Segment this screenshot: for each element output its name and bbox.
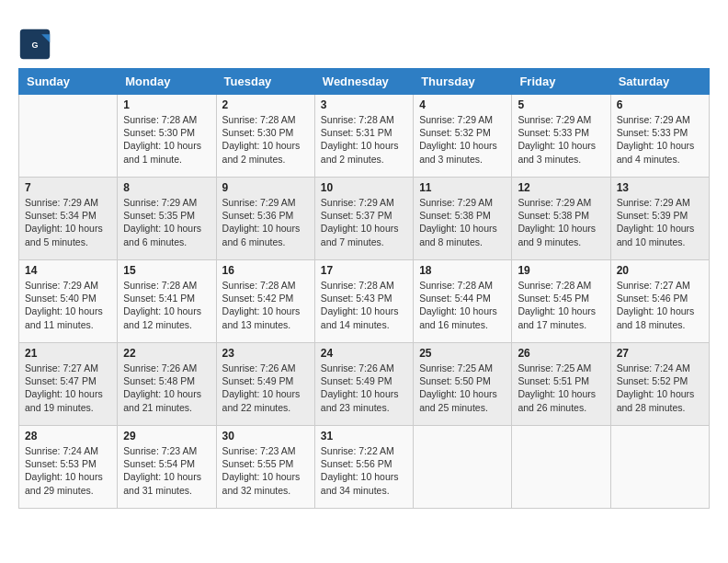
column-header-tuesday: Tuesday xyxy=(216,69,314,95)
day-info: Sunrise: 7:29 AM Sunset: 5:34 PM Dayligh… xyxy=(25,196,111,248)
day-number: 12 xyxy=(518,181,604,194)
week-row-5: 28Sunrise: 7:24 AM Sunset: 5:53 PM Dayli… xyxy=(19,426,710,509)
day-number: 28 xyxy=(25,430,111,442)
day-info: Sunrise: 7:29 AM Sunset: 5:33 PM Dayligh… xyxy=(518,113,604,166)
calendar-cell: 19Sunrise: 7:28 AM Sunset: 5:45 PM Dayli… xyxy=(512,260,610,343)
page-header: G xyxy=(18,22,710,61)
day-info: Sunrise: 7:29 AM Sunset: 5:38 PM Dayligh… xyxy=(518,196,604,248)
calendar-cell: 7Sunrise: 7:29 AM Sunset: 5:34 PM Daylig… xyxy=(19,178,118,260)
day-info: Sunrise: 7:27 AM Sunset: 5:46 PM Dayligh… xyxy=(617,279,703,331)
day-number: 25 xyxy=(419,347,506,360)
calendar-cell: 9Sunrise: 7:29 AM Sunset: 5:36 PM Daylig… xyxy=(216,178,314,260)
day-number: 31 xyxy=(321,430,407,442)
day-info: Sunrise: 7:25 AM Sunset: 5:51 PM Dayligh… xyxy=(518,362,604,414)
calendar-cell: 15Sunrise: 7:28 AM Sunset: 5:41 PM Dayli… xyxy=(118,260,216,343)
day-info: Sunrise: 7:28 AM Sunset: 5:30 PM Dayligh… xyxy=(222,113,309,166)
day-number: 8 xyxy=(123,181,210,194)
day-number: 30 xyxy=(222,430,309,442)
calendar-cell: 16Sunrise: 7:28 AM Sunset: 5:42 PM Dayli… xyxy=(216,260,314,343)
calendar-cell: 11Sunrise: 7:29 AM Sunset: 5:38 PM Dayli… xyxy=(414,178,512,260)
calendar-cell: 6Sunrise: 7:29 AM Sunset: 5:33 PM Daylig… xyxy=(610,95,709,178)
day-number: 13 xyxy=(617,181,703,194)
calendar-cell: 4Sunrise: 7:29 AM Sunset: 5:32 PM Daylig… xyxy=(414,95,512,178)
day-number: 7 xyxy=(25,181,111,194)
calendar-cell: 17Sunrise: 7:28 AM Sunset: 5:43 PM Dayli… xyxy=(314,260,413,343)
calendar-cell: 2Sunrise: 7:28 AM Sunset: 5:30 PM Daylig… xyxy=(216,95,314,178)
day-number: 5 xyxy=(518,98,604,111)
column-header-sunday: Sunday xyxy=(19,69,118,95)
column-header-monday: Monday xyxy=(118,69,216,95)
day-info: Sunrise: 7:29 AM Sunset: 5:38 PM Dayligh… xyxy=(419,196,506,248)
day-info: Sunrise: 7:28 AM Sunset: 5:45 PM Dayligh… xyxy=(518,279,604,331)
day-info: Sunrise: 7:24 AM Sunset: 5:53 PM Dayligh… xyxy=(25,444,111,497)
svg-text:G: G xyxy=(31,40,38,50)
day-number: 24 xyxy=(321,347,407,360)
calendar-cell: 30Sunrise: 7:23 AM Sunset: 5:55 PM Dayli… xyxy=(216,426,314,509)
calendar-cell: 22Sunrise: 7:26 AM Sunset: 5:48 PM Dayli… xyxy=(118,343,216,426)
day-number: 19 xyxy=(518,264,604,277)
day-info: Sunrise: 7:26 AM Sunset: 5:48 PM Dayligh… xyxy=(123,362,210,414)
week-row-4: 21Sunrise: 7:27 AM Sunset: 5:47 PM Dayli… xyxy=(19,343,710,426)
week-row-3: 14Sunrise: 7:29 AM Sunset: 5:40 PM Dayli… xyxy=(19,260,710,343)
day-info: Sunrise: 7:26 AM Sunset: 5:49 PM Dayligh… xyxy=(222,362,309,414)
calendar-cell: 24Sunrise: 7:26 AM Sunset: 5:49 PM Dayli… xyxy=(314,343,413,426)
day-info: Sunrise: 7:28 AM Sunset: 5:31 PM Dayligh… xyxy=(321,113,407,166)
calendar-cell: 8Sunrise: 7:29 AM Sunset: 5:35 PM Daylig… xyxy=(118,178,216,260)
day-number: 26 xyxy=(518,347,604,360)
calendar-cell: 18Sunrise: 7:28 AM Sunset: 5:44 PM Dayli… xyxy=(414,260,512,343)
day-info: Sunrise: 7:27 AM Sunset: 5:47 PM Dayligh… xyxy=(25,362,111,414)
day-number: 15 xyxy=(123,264,210,277)
day-number: 29 xyxy=(123,430,210,442)
week-row-2: 7Sunrise: 7:29 AM Sunset: 5:34 PM Daylig… xyxy=(19,178,710,260)
column-header-friday: Friday xyxy=(512,69,610,95)
calendar-cell: 5Sunrise: 7:29 AM Sunset: 5:33 PM Daylig… xyxy=(512,95,610,178)
calendar-cell: 27Sunrise: 7:24 AM Sunset: 5:52 PM Dayli… xyxy=(610,343,709,426)
day-info: Sunrise: 7:28 AM Sunset: 5:44 PM Dayligh… xyxy=(419,279,506,331)
calendar-cell xyxy=(610,426,709,509)
day-info: Sunrise: 7:23 AM Sunset: 5:55 PM Dayligh… xyxy=(222,444,309,497)
day-info: Sunrise: 7:29 AM Sunset: 5:40 PM Dayligh… xyxy=(25,279,111,331)
day-number: 9 xyxy=(222,181,309,194)
week-row-1: 1Sunrise: 7:28 AM Sunset: 5:30 PM Daylig… xyxy=(19,95,710,178)
day-info: Sunrise: 7:23 AM Sunset: 5:54 PM Dayligh… xyxy=(123,444,210,497)
calendar-cell: 23Sunrise: 7:26 AM Sunset: 5:49 PM Dayli… xyxy=(216,343,314,426)
day-number: 23 xyxy=(222,347,309,360)
header-row: SundayMondayTuesdayWednesdayThursdayFrid… xyxy=(19,69,710,95)
day-info: Sunrise: 7:28 AM Sunset: 5:43 PM Dayligh… xyxy=(321,279,407,331)
day-info: Sunrise: 7:26 AM Sunset: 5:49 PM Dayligh… xyxy=(321,362,407,414)
column-header-wednesday: Wednesday xyxy=(314,69,413,95)
day-number: 14 xyxy=(25,264,111,277)
calendar-cell xyxy=(19,95,118,178)
day-number: 4 xyxy=(419,98,506,111)
day-info: Sunrise: 7:24 AM Sunset: 5:52 PM Dayligh… xyxy=(617,362,703,414)
day-number: 6 xyxy=(617,98,703,111)
calendar-cell xyxy=(512,426,610,509)
calendar-cell: 3Sunrise: 7:28 AM Sunset: 5:31 PM Daylig… xyxy=(314,95,413,178)
calendar-cell: 29Sunrise: 7:23 AM Sunset: 5:54 PM Dayli… xyxy=(118,426,216,509)
day-info: Sunrise: 7:22 AM Sunset: 5:56 PM Dayligh… xyxy=(321,444,407,497)
calendar-cell: 14Sunrise: 7:29 AM Sunset: 5:40 PM Dayli… xyxy=(19,260,118,343)
day-info: Sunrise: 7:29 AM Sunset: 5:35 PM Dayligh… xyxy=(123,196,210,248)
day-number: 1 xyxy=(123,98,210,111)
calendar-cell: 31Sunrise: 7:22 AM Sunset: 5:56 PM Dayli… xyxy=(314,426,413,509)
day-info: Sunrise: 7:28 AM Sunset: 5:42 PM Dayligh… xyxy=(222,279,309,331)
day-info: Sunrise: 7:29 AM Sunset: 5:32 PM Dayligh… xyxy=(419,113,506,166)
day-info: Sunrise: 7:28 AM Sunset: 5:41 PM Dayligh… xyxy=(123,279,210,331)
day-number: 10 xyxy=(321,181,407,194)
calendar-cell: 10Sunrise: 7:29 AM Sunset: 5:37 PM Dayli… xyxy=(314,178,413,260)
calendar-header: SundayMondayTuesdayWednesdayThursdayFrid… xyxy=(19,69,710,95)
day-number: 22 xyxy=(123,347,210,360)
day-number: 17 xyxy=(321,264,407,277)
calendar-cell: 1Sunrise: 7:28 AM Sunset: 5:30 PM Daylig… xyxy=(118,95,216,178)
day-info: Sunrise: 7:25 AM Sunset: 5:50 PM Dayligh… xyxy=(419,362,506,414)
column-header-thursday: Thursday xyxy=(414,69,512,95)
logo-icon: G xyxy=(18,28,51,61)
calendar-cell: 13Sunrise: 7:29 AM Sunset: 5:39 PM Dayli… xyxy=(610,178,709,260)
day-info: Sunrise: 7:29 AM Sunset: 5:39 PM Dayligh… xyxy=(617,196,703,248)
calendar-cell: 21Sunrise: 7:27 AM Sunset: 5:47 PM Dayli… xyxy=(19,343,118,426)
day-info: Sunrise: 7:28 AM Sunset: 5:30 PM Dayligh… xyxy=(123,113,210,166)
calendar-body: 1Sunrise: 7:28 AM Sunset: 5:30 PM Daylig… xyxy=(19,95,710,509)
calendar-cell: 20Sunrise: 7:27 AM Sunset: 5:46 PM Dayli… xyxy=(610,260,709,343)
logo: G xyxy=(18,28,57,61)
calendar-table: SundayMondayTuesdayWednesdayThursdayFrid… xyxy=(18,68,710,509)
